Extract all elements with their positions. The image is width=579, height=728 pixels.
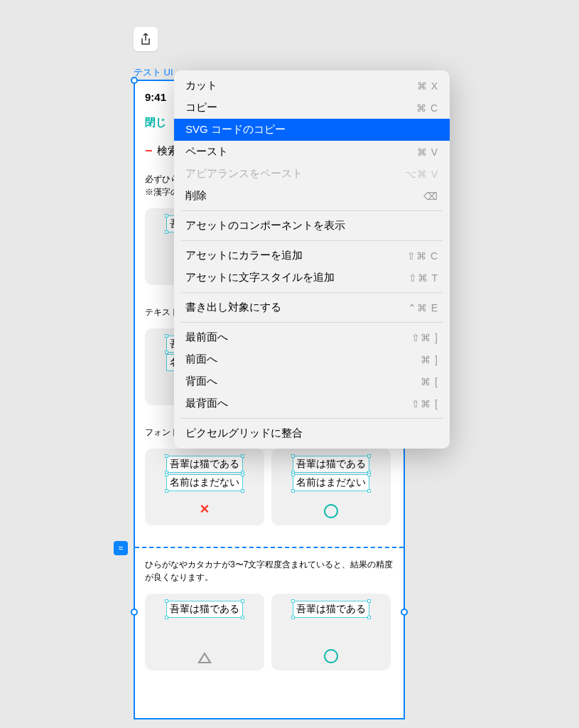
- menu-separator: [181, 210, 443, 211]
- menu-separator: [181, 292, 443, 293]
- menu-shortcut: ⇧⌘ [: [411, 398, 438, 410]
- menu-item-label: アセットのコンポーネントを表示: [185, 219, 345, 232]
- menu-item-label: 前面へ: [185, 353, 217, 366]
- menu-shortcut: ⇧⌘ T: [408, 272, 438, 284]
- menu-item[interactable]: ペースト⌘ V: [174, 141, 450, 163]
- menu-item-label: アピアランスをペースト: [185, 167, 303, 181]
- selection-handle[interactable]: [131, 77, 138, 84]
- menu-item-label: ピクセルグリッドに整合: [185, 427, 303, 440]
- menu-item-label: 背面へ: [185, 375, 217, 388]
- menu-item-label: ペースト: [185, 145, 228, 159]
- menu-item[interactable]: 最前面へ⇧⌘ ]: [174, 326, 450, 348]
- artboard-tab-label[interactable]: テスト UI: [134, 66, 173, 79]
- o-mark-icon: [324, 504, 338, 518]
- menu-separator: [181, 418, 443, 419]
- example-card: 吾輩は猫である 名前はまだない ×: [145, 449, 264, 525]
- menu-item[interactable]: 背面へ⌘ [: [174, 370, 450, 392]
- layout-guide[interactable]: =: [135, 547, 404, 548]
- context-menu[interactable]: カット⌘ Xコピー⌘ CSVG コードのコピーペースト⌘ Vアピアランスをペース…: [174, 70, 450, 449]
- menu-item[interactable]: コピー⌘ C: [174, 97, 450, 119]
- menu-item-label: 最前面へ: [185, 331, 228, 344]
- menu-item: アピアランスをペースト⌥⌘ V: [174, 163, 450, 185]
- menu-item[interactable]: カット⌘ X: [174, 75, 450, 97]
- menu-item[interactable]: 最背面へ⇧⌘ [: [174, 392, 450, 414]
- menu-shortcut: ⌘ ]: [421, 354, 438, 365]
- menu-shortcut: ⌘ V: [417, 146, 438, 158]
- triangle-mark-icon: [197, 652, 212, 663]
- layout-guide-badge[interactable]: =: [114, 541, 128, 555]
- share-icon: [140, 33, 151, 46]
- menu-item-label: アセットにカラーを追加: [185, 249, 303, 262]
- menu-separator: [181, 322, 443, 323]
- menu-shortcut: ⌃⌘ E: [408, 302, 438, 314]
- menu-item[interactable]: SVG コードのコピー: [174, 119, 450, 141]
- sample-text: 吾輩は猫である: [293, 601, 369, 618]
- menu-shortcut: ⌥⌘ V: [405, 168, 438, 180]
- menu-item[interactable]: 削除⌫: [174, 185, 450, 207]
- menu-item-label: 最背面へ: [185, 397, 228, 410]
- example-card: 吾輩は猫である: [271, 594, 391, 670]
- example-row-4: 吾輩は猫である 吾輩は猫である: [145, 594, 394, 670]
- menu-shortcut: ⌘ C: [416, 102, 438, 114]
- x-mark-icon: ×: [200, 500, 210, 518]
- o-mark-icon: [324, 649, 338, 663]
- example-card: 吾輩は猫である: [145, 594, 264, 670]
- menu-item-label: カット: [185, 79, 217, 92]
- menu-item-label: 削除: [185, 189, 207, 203]
- selection-handle[interactable]: [401, 609, 408, 616]
- sample-text: 名前はまだない: [293, 474, 369, 491]
- menu-item-label: コピー: [185, 101, 217, 114]
- menu-item[interactable]: アセットのコンポーネントを表示: [174, 215, 450, 237]
- menu-item-label: アセットに文字スタイルを追加: [185, 271, 335, 284]
- sample-text: 吾輩は猫である: [293, 456, 369, 473]
- menu-item-label: SVG コードのコピー: [185, 123, 286, 136]
- selection-handle[interactable]: [131, 609, 138, 616]
- menu-shortcut: ⌫: [423, 191, 438, 202]
- minus-icon: −: [145, 144, 153, 159]
- menu-item[interactable]: ピクセルグリッドに整合: [174, 422, 450, 444]
- menu-item[interactable]: 書き出し対象にする⌃⌘ E: [174, 296, 450, 318]
- menu-shortcut: ⇧⌘ ]: [411, 332, 438, 343]
- menu-separator: [181, 240, 443, 241]
- sample-text: 吾輩は猫である: [166, 456, 243, 473]
- menu-shortcut: ⇧⌘ C: [407, 250, 438, 262]
- menu-item[interactable]: アセットに文字スタイルを追加⇧⌘ T: [174, 267, 450, 289]
- menu-item[interactable]: 前面へ⌘ ]: [174, 348, 450, 370]
- example-card: 吾輩は猫である 名前はまだない: [271, 449, 391, 525]
- share-button[interactable]: [134, 27, 158, 51]
- sample-text: 名前はまだない: [166, 474, 243, 491]
- menu-item-label: 書き出し対象にする: [185, 301, 281, 314]
- menu-shortcut: ⌘ [: [421, 376, 438, 387]
- bottom-hint: ひらがなやカタカナが3〜7文字程度含まれていると、結果の精度が良くなります。: [145, 558, 394, 584]
- menu-shortcut: ⌘ X: [417, 80, 438, 92]
- menu-item[interactable]: アセットにカラーを追加⇧⌘ C: [174, 245, 450, 267]
- sample-text: 吾輩は猫である: [166, 601, 243, 618]
- example-row-3: 吾輩は猫である 名前はまだない × 吾輩は猫である 名前はまだない: [145, 449, 394, 525]
